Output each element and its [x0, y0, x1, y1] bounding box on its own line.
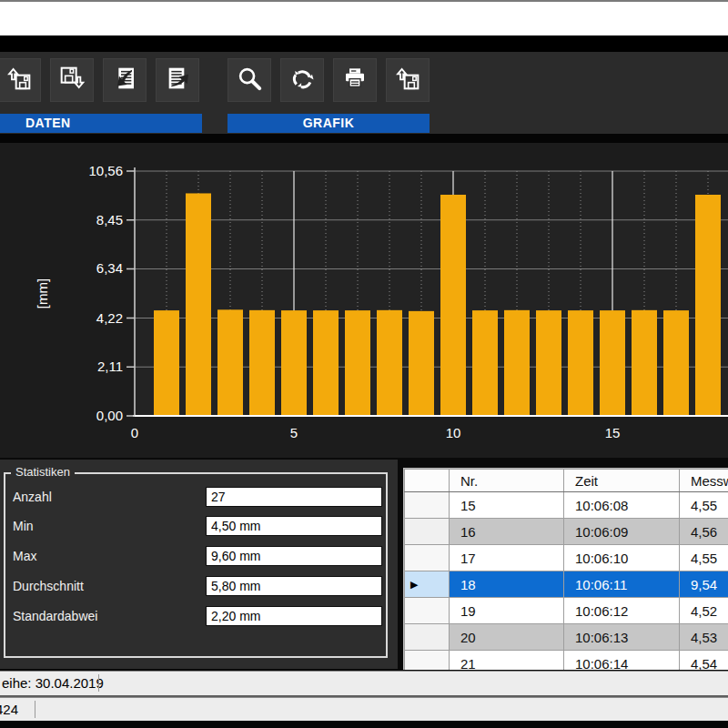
current-row-arrow-icon: ▶ [410, 579, 418, 590]
statusbar-series: eihe: 30.04.2019 [0, 671, 728, 695]
cell-messwert[interactable]: 4,53 [680, 624, 728, 651]
y-tick-label: 6,34 [96, 260, 123, 276]
bar [536, 310, 561, 416]
column-header-nr[interactable]: Nr. [450, 470, 564, 492]
cell-zeit[interactable]: 10:06:13 [564, 624, 680, 651]
save-data-button[interactable] [50, 58, 94, 102]
print-button[interactable] [333, 58, 377, 102]
printer-icon [340, 64, 369, 96]
measurements-table-panel: Nr.ZeitMesswert1510:06:084,551610:06:094… [403, 468, 728, 670]
bar [632, 310, 657, 416]
cell-nr[interactable]: 16 [450, 519, 564, 545]
row-selector-cell[interactable] [405, 624, 450, 651]
cell-zeit[interactable]: 10:06:12 [564, 598, 680, 624]
bar [186, 193, 211, 416]
cell-nr[interactable]: 21 [450, 651, 564, 671]
row-selector-cell[interactable] [405, 519, 450, 545]
bar [217, 309, 243, 416]
cell-nr[interactable]: 19 [450, 598, 564, 624]
bar [345, 310, 370, 416]
cell-messwert[interactable]: 4,52 [680, 598, 728, 624]
cell-messwert[interactable]: 4,55 [680, 492, 728, 519]
table-row[interactable]: 2010:06:134,53 [405, 624, 728, 651]
bottom-section: Statistiken AnzahlMinMaxDurchschnittStan… [0, 458, 728, 671]
table-row[interactable]: ▶1810:06:119,54 [405, 571, 728, 598]
stat-row: Min [5, 516, 386, 536]
cell-messwert[interactable]: 9,54 [680, 571, 728, 598]
statistics-groupbox-title: Statistiken [11, 465, 75, 479]
stat-value-field[interactable] [206, 606, 382, 626]
toolbar-label-grafik: GRAFIK [228, 114, 430, 133]
cell-zeit[interactable]: 10:06:14 [564, 651, 680, 671]
toolbar-label-daten: DATEN [0, 114, 202, 133]
bar [504, 310, 530, 416]
bar [568, 310, 593, 416]
zoom-button[interactable] [228, 58, 271, 102]
table-row[interactable]: 1710:06:104,55 [405, 545, 728, 571]
row-selector-cell[interactable] [405, 651, 450, 671]
bar [600, 310, 625, 416]
cell-nr[interactable]: 15 [450, 492, 564, 519]
bar [440, 195, 466, 416]
export-data-button[interactable] [156, 58, 199, 102]
y-tick-label: 8,45 [96, 212, 123, 228]
table-row[interactable]: 1610:06:094,56 [405, 519, 728, 545]
magnifier-icon [235, 64, 264, 96]
recycle-icon [288, 64, 317, 96]
stat-value-field[interactable] [206, 576, 382, 596]
measurement-bar-chart: 0,002,114,226,348,4510,56051015[mm] [0, 143, 728, 458]
save-graphic-button[interactable] [386, 58, 430, 102]
document-arrow-in-icon [110, 64, 139, 96]
stat-row: Max [5, 546, 386, 566]
bar [281, 310, 307, 416]
column-header-zeit[interactable]: Zeit [564, 470, 680, 492]
bar [249, 310, 275, 416]
row-selector-header [405, 470, 450, 492]
stat-row: Standardabwei [5, 606, 386, 626]
cell-nr[interactable]: 20 [450, 624, 564, 651]
stat-label: Durchschnitt [13, 579, 84, 593]
chart-panel: 0,002,114,226,348,4510,56051015[mm] [0, 143, 728, 458]
cell-messwert[interactable]: 4,55 [680, 545, 728, 571]
cell-zeit[interactable]: 10:06:10 [564, 545, 680, 571]
cell-nr[interactable]: 18 [450, 571, 564, 598]
stat-value-field[interactable] [206, 516, 382, 536]
table-row[interactable]: 1910:06:124,52 [405, 598, 728, 624]
stat-row: Anzahl [5, 487, 386, 507]
bar [377, 310, 402, 416]
row-selector-cell[interactable] [405, 598, 450, 624]
load-data-button[interactable] [0, 58, 41, 102]
bar [154, 310, 179, 416]
row-selector-cell[interactable] [405, 492, 450, 519]
cell-zeit[interactable]: 10:06:11 [564, 571, 680, 598]
cell-zeit[interactable]: 10:06:09 [564, 519, 680, 545]
cell-nr[interactable]: 17 [450, 545, 564, 571]
refresh-button[interactable] [280, 58, 324, 102]
x-tick-label: 10 [446, 425, 461, 440]
table-row[interactable]: 1510:06:084,55 [405, 492, 728, 519]
import-data-button[interactable] [103, 58, 147, 102]
y-tick-label: 4,22 [96, 310, 123, 326]
row-selector-cell[interactable]: ▶ [405, 571, 450, 598]
statusbar-device: 424 [0, 697, 728, 721]
statusbar-device-text: 424 [0, 698, 18, 721]
stat-value-field[interactable] [206, 546, 382, 566]
y-axis-unit-label: [mm] [35, 278, 50, 308]
cell-messwert[interactable]: 4,56 [680, 519, 728, 545]
statusbar-separator [35, 701, 35, 718]
statusbar-separator [98, 674, 99, 692]
floppy-arrow-up-icon [5, 64, 34, 96]
stat-value-field[interactable] [206, 487, 382, 507]
cell-zeit[interactable]: 10:06:08 [564, 492, 680, 519]
stat-row: Durchschnitt [5, 576, 386, 596]
cell-messwert[interactable]: 4,54 [680, 651, 728, 671]
toolbar-group-grafik [228, 58, 430, 102]
bar [663, 310, 689, 416]
y-tick-label: 0,00 [96, 408, 123, 423]
table-row[interactable]: 2110:06:144,54 [405, 651, 728, 671]
bar [695, 195, 721, 416]
stat-label: Min [13, 519, 34, 533]
measurements-table: Nr.ZeitMesswert1510:06:084,551610:06:094… [404, 469, 728, 670]
row-selector-cell[interactable] [405, 545, 450, 571]
column-header-messwert[interactable]: Messwert [680, 470, 728, 492]
